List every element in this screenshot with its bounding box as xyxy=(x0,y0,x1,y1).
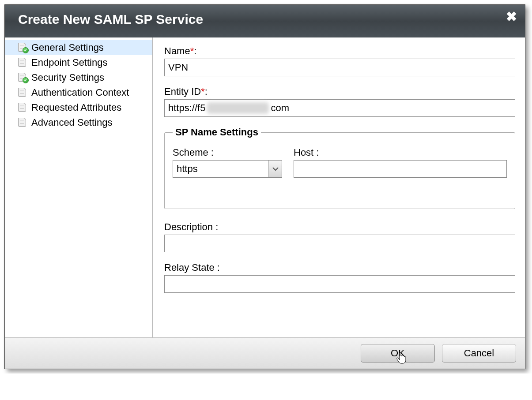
relay-state-input[interactable] xyxy=(164,275,515,293)
dialog-create-saml-sp: Create New SAML SP Service ✖ ✓ General S… xyxy=(4,4,525,369)
cancel-button-label: Cancel xyxy=(464,348,494,359)
entity-id-input[interactable]: https://f5 com xyxy=(164,99,515,117)
dialog-body: ✓ General Settings Endpoint Settings ✓ S… xyxy=(5,37,525,337)
sidebar-item-label: Security Settings xyxy=(31,72,104,83)
page-icon xyxy=(17,103,28,112)
relay-state-label: Relay State : xyxy=(164,262,515,273)
host-input[interactable] xyxy=(294,160,507,178)
name-input[interactable] xyxy=(164,59,515,76)
scheme-label: Scheme : xyxy=(173,147,282,158)
sidebar-item-requested-attributes[interactable]: Requested Attributes xyxy=(5,100,152,115)
page-icon xyxy=(17,58,28,67)
field-name: Name*: xyxy=(164,45,515,76)
dialog-header: Create New SAML SP Service ✖ xyxy=(5,5,525,37)
ok-button-label: OK xyxy=(391,348,405,359)
name-label: Name*: xyxy=(164,45,515,57)
settings-sidebar: ✓ General Settings Endpoint Settings ✓ S… xyxy=(5,37,153,337)
sidebar-item-label: Requested Attributes xyxy=(31,102,121,113)
host-label: Host : xyxy=(294,147,507,158)
scheme-select[interactable]: https xyxy=(173,160,282,178)
sidebar-item-label: Endpoint Settings xyxy=(31,57,107,68)
field-description: Description : xyxy=(164,221,515,252)
sidebar-item-endpoint-settings[interactable]: Endpoint Settings xyxy=(5,55,152,70)
field-entity-id: Entity ID*: https://f5 com xyxy=(164,86,515,117)
dialog-footer: OK Cancel xyxy=(5,337,525,369)
description-label: Description : xyxy=(164,221,515,233)
sidebar-item-label: General Settings xyxy=(31,42,104,53)
sp-name-settings-fieldset: SP Name Settings Scheme : https Host : xyxy=(164,127,515,209)
sp-name-settings-legend: SP Name Settings xyxy=(173,127,261,138)
cancel-button[interactable]: Cancel xyxy=(442,344,516,363)
page-icon xyxy=(17,88,28,97)
page-icon xyxy=(17,118,28,127)
sidebar-item-security-settings[interactable]: ✓ Security Settings xyxy=(5,70,152,85)
ok-button[interactable]: OK xyxy=(361,344,435,363)
sidebar-item-authentication-context[interactable]: Authentication Context xyxy=(5,85,152,100)
entity-id-prefix: https://f5 xyxy=(168,102,205,114)
dialog-title: Create New SAML SP Service xyxy=(18,12,516,27)
page-checked-icon: ✓ xyxy=(17,43,28,52)
close-icon[interactable]: ✖ xyxy=(506,10,517,23)
field-host: Host : xyxy=(294,147,507,178)
field-relay-state: Relay State : xyxy=(164,262,515,293)
scheme-value: https xyxy=(173,161,268,177)
form-content: Name*: Entity ID*: https://f5 com SP Nam… xyxy=(153,37,525,337)
entity-id-label: Entity ID*: xyxy=(164,86,515,97)
description-input[interactable] xyxy=(164,235,515,252)
chevron-down-icon xyxy=(268,161,282,177)
sidebar-item-advanced-settings[interactable]: Advanced Settings xyxy=(5,115,152,130)
entity-id-suffix: com xyxy=(271,102,289,114)
page-checked-icon: ✓ xyxy=(17,73,28,82)
entity-id-redacted xyxy=(207,102,269,114)
sidebar-item-label: Advanced Settings xyxy=(31,117,112,128)
sidebar-item-general-settings[interactable]: ✓ General Settings xyxy=(5,40,152,55)
field-scheme: Scheme : https xyxy=(173,147,282,178)
sidebar-item-label: Authentication Context xyxy=(31,87,129,98)
